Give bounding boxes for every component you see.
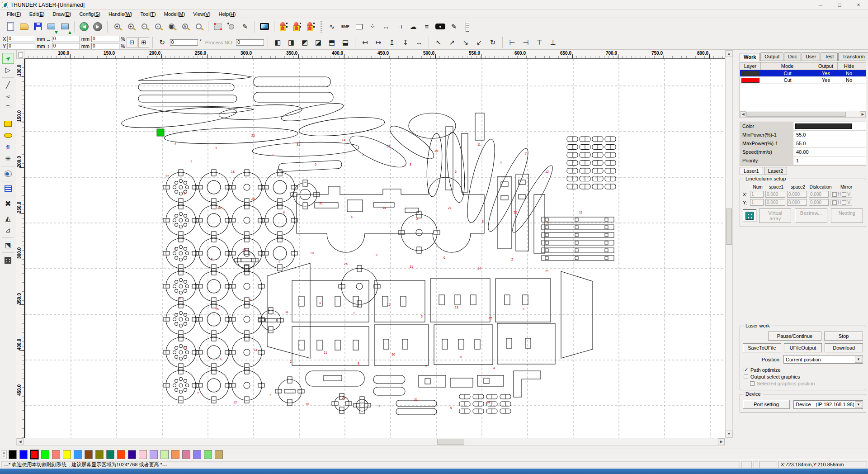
move-right-icon[interactable]: ↦ <box>373 37 384 48</box>
height-link-icon[interactable]: ↕ <box>46 43 51 48</box>
height-input[interactable] <box>52 43 80 49</box>
palette-color-swatch[interactable] <box>85 450 93 459</box>
redo-icon[interactable]: ▶ <box>92 21 104 33</box>
tab-work[interactable]: Work <box>740 53 760 61</box>
zoom-selection-icon[interactable]: A <box>179 21 191 33</box>
mirror-v-checkbox[interactable] <box>842 192 846 197</box>
palette-color-swatch[interactable] <box>139 450 147 459</box>
lc-input[interactable] <box>809 191 829 198</box>
zoom-in-icon[interactable]: + <box>125 21 137 33</box>
combine-bottom-icon[interactable]: ⬓ <box>340 37 351 48</box>
layer-table-scrollbar[interactable]: ◀ ▶ <box>740 111 866 118</box>
align-top-icon[interactable]: ⊤ <box>533 37 545 48</box>
save-file-icon[interactable] <box>32 21 43 33</box>
drawing-canvas[interactable]: 4712318259316142218365114712318259316142… <box>24 59 725 438</box>
panel-splitter[interactable] <box>733 50 738 448</box>
rectangle-tool[interactable] <box>2 118 14 129</box>
pen-icon[interactable]: ✎ <box>239 21 251 33</box>
dropdown-arrow-icon[interactable]: ▼ <box>855 356 862 363</box>
node-edit-tool[interactable]: ▷ <box>2 65 14 76</box>
bezier-tool[interactable]: ⌒ <box>2 103 14 114</box>
mirror-vertical-tool[interactable]: ◭ <box>2 213 14 224</box>
align-right-icon[interactable]: ⊣ <box>520 37 532 48</box>
size-table-button[interactable]: ⊞ <box>138 37 149 48</box>
rotate-angle-input[interactable] <box>170 39 198 46</box>
maximize-button[interactable]: □ <box>830 0 849 10</box>
menu-config[interactable]: Config(S) <box>75 10 104 18</box>
palette-color-swatch[interactable] <box>215 450 223 459</box>
menu-draw[interactable]: Draw(D) <box>48 10 75 18</box>
mirror-v-checkbox[interactable] <box>842 200 846 205</box>
array-rotate-icon[interactable] <box>292 21 303 33</box>
palette-color-swatch[interactable] <box>19 450 28 459</box>
align-left-icon[interactable]: ⊢ <box>506 37 518 48</box>
tab-laser2[interactable]: Laser2 <box>764 167 788 175</box>
bitmap-icon[interactable]: BMP <box>340 21 351 33</box>
port-setting-button[interactable]: Port setting <box>743 400 790 409</box>
weld-icon[interactable]: ◧ <box>272 37 283 48</box>
zoom-page-icon[interactable]: ▫ <box>152 21 164 33</box>
output-hat-icon[interactable]: ☁ <box>407 21 419 33</box>
palette-color-swatch[interactable] <box>171 450 179 459</box>
horizontal-scroll-thumb[interactable] <box>437 439 464 445</box>
rotate-free-icon[interactable]: ↻ <box>487 37 499 48</box>
import-file-icon[interactable]: ▼ <box>45 21 57 33</box>
scale-y-input[interactable] <box>91 43 119 49</box>
output-select-graphics-checkbox[interactable] <box>744 374 748 379</box>
pan-view-icon[interactable]: + <box>111 21 123 33</box>
y-position-input[interactable] <box>7 43 35 49</box>
scroll-up-button[interactable]: ▲ <box>726 50 732 57</box>
skew-sw-icon[interactable]: ↙ <box>473 37 485 48</box>
scroll-left-button[interactable]: ◀ <box>17 438 24 445</box>
minimize-button[interactable]: ─ <box>811 0 830 10</box>
subtract-icon[interactable]: ◪ <box>312 37 324 48</box>
star-tool[interactable]: ✳ <box>2 153 14 164</box>
layer-color-swatch[interactable] <box>741 71 760 76</box>
width-link-icon[interactable]: ↔ <box>46 37 51 42</box>
menu-help[interactable]: Help(H) <box>215 10 240 18</box>
tab-test[interactable]: Test <box>821 52 838 61</box>
palette-color-swatch[interactable] <box>128 450 136 459</box>
palette-color-swatch[interactable] <box>160 450 169 459</box>
menu-handle[interactable]: Handle(W) <box>104 10 137 18</box>
ellipse-tool[interactable] <box>2 130 14 141</box>
palette-color-swatch[interactable] <box>9 450 17 459</box>
aspect-lock-button[interactable]: ⊡ <box>127 37 137 48</box>
zoom-view-icon[interactable] <box>193 21 204 33</box>
open-file-icon[interactable] <box>18 21 30 33</box>
palette-color-swatch[interactable] <box>52 450 60 459</box>
property-row[interactable]: MaxPower(%)-155.0 <box>740 139 866 148</box>
palette-color-swatch[interactable] <box>95 450 104 459</box>
lc-input[interactable] <box>765 191 785 198</box>
move-left-icon[interactable]: ↤ <box>359 37 371 48</box>
menu-file[interactable]: File(F) <box>3 10 25 18</box>
position-select[interactable]: Current position ▼ <box>783 355 863 364</box>
pause-continue-button[interactable]: Pause/Continue <box>768 332 821 341</box>
laser-head-icon[interactable] <box>434 21 446 33</box>
line-tool[interactable]: ╱ <box>2 80 14 90</box>
new-file-icon[interactable] <box>5 21 16 33</box>
menu-view[interactable]: View(V) <box>189 10 214 18</box>
layer-scroll-left-button[interactable]: ◀ <box>740 111 746 117</box>
palette-color-swatch[interactable] <box>193 450 201 459</box>
combine-top-icon[interactable]: ⬒ <box>326 37 338 48</box>
task-list-icon[interactable]: ≡ <box>421 21 433 33</box>
device-select[interactable]: Device---(IP:192.168.1.98) ▼ <box>793 400 863 409</box>
stretch-icon[interactable]: ↔ <box>413 37 425 48</box>
menu-tool[interactable]: Tool(T) <box>136 10 160 18</box>
delete-tool[interactable]: ✖ <box>2 198 14 209</box>
zoom-out-icon[interactable]: − <box>138 21 150 33</box>
vertical-scroll-thumb[interactable] <box>726 209 732 245</box>
align-bottom-icon[interactable]: ⊥ <box>547 37 559 48</box>
preview-monitor-icon[interactable] <box>259 21 270 33</box>
palette-color-swatch[interactable] <box>63 450 71 459</box>
mirror-h-checkbox[interactable] <box>832 192 837 197</box>
array-direction-button[interactable] <box>743 209 756 222</box>
undo-icon[interactable]: ◀ <box>78 21 90 33</box>
palette-color-swatch[interactable] <box>30 450 38 459</box>
lc-input[interactable] <box>787 199 807 206</box>
manual-draw-icon[interactable]: ✎ <box>448 21 460 33</box>
tab-laser1[interactable]: Laser1 <box>740 167 763 175</box>
rotate-icon[interactable]: ↻ <box>156 37 168 48</box>
node-edit-icon[interactable] <box>226 21 237 33</box>
